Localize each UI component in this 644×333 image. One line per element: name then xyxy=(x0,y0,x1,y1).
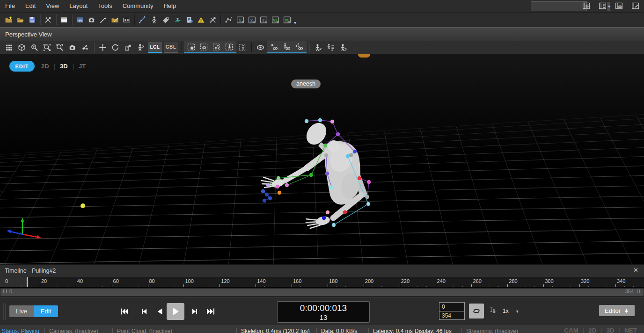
data-streaming-button[interactable] xyxy=(183,14,195,26)
rewind-to-start-button[interactable] xyxy=(118,306,131,317)
layout-preset-1-button[interactable]: 1 xyxy=(234,14,246,26)
step-forward-button[interactable] xyxy=(188,306,201,317)
edit-skeleton-button[interactable] xyxy=(312,41,324,53)
layout-preset-v2-button[interactable]: V2 xyxy=(281,14,293,26)
scrollbar-thumb[interactable] xyxy=(0,289,644,296)
floor-marker[interactable] xyxy=(80,203,85,208)
translate-button[interactable] xyxy=(96,41,109,53)
status-pane-3d[interactable]: 3D xyxy=(602,327,619,333)
select-constraint-button[interactable] xyxy=(236,41,249,53)
scale-button[interactable] xyxy=(122,41,134,53)
zoom-extents-button[interactable] xyxy=(41,41,53,53)
scrollbar-grip-left[interactable] xyxy=(3,290,7,293)
tab-edit[interactable]: EDIT xyxy=(9,61,35,72)
layout-window-button[interactable] xyxy=(58,14,70,26)
close-icon[interactable]: ✕ xyxy=(633,267,638,274)
ruler-tick xyxy=(391,286,391,287)
edit-mode-button[interactable]: Edit xyxy=(34,305,58,317)
calibration-wand-button[interactable] xyxy=(137,14,148,26)
info-pane-button[interactable] xyxy=(630,0,640,11)
select-skeleton-button[interactable] xyxy=(223,41,235,53)
quick-search-combobox[interactable]: ▾ xyxy=(531,1,587,11)
menu-edit[interactable]: Edit xyxy=(20,0,41,12)
ruler-tick xyxy=(498,286,499,287)
skeleton-name-label[interactable]: aneesh xyxy=(291,80,321,88)
edit-tools-button[interactable] xyxy=(97,14,109,26)
range-start-input[interactable]: 0 xyxy=(439,303,464,311)
menu-view[interactable]: View xyxy=(41,0,64,12)
builder-pane-button[interactable] xyxy=(597,0,607,11)
coord-global-button[interactable]: GBL xyxy=(164,42,178,53)
zoom-selection-button[interactable] xyxy=(53,41,66,53)
tab-2d[interactable]: 2D xyxy=(41,63,49,70)
editor-expand-button[interactable]: Editor xyxy=(599,305,635,316)
play-button[interactable] xyxy=(167,303,184,320)
show-rigidbodies-button[interactable] xyxy=(293,41,306,53)
layout-preset-v1-button[interactable]: V1 xyxy=(270,14,281,26)
tab-jt[interactable]: JT xyxy=(79,63,86,70)
select-marker-button[interactable] xyxy=(185,41,198,53)
trajectory-probe-button[interactable] xyxy=(223,14,234,26)
timeline-header[interactable]: Timeline - Pulling#2 ✕ xyxy=(0,264,644,277)
tools-settings-button[interactable] xyxy=(42,14,54,26)
select-camera-button[interactable] xyxy=(198,41,210,53)
take-camera-button[interactable] xyxy=(86,14,97,26)
play-reverse-button[interactable] xyxy=(154,306,167,317)
new-take-button[interactable] xyxy=(3,14,15,26)
track-skeleton-button[interactable] xyxy=(134,41,147,53)
create-skeleton-button[interactable] xyxy=(148,14,160,26)
menu-help[interactable]: Help xyxy=(158,0,181,12)
menu-community[interactable]: Community xyxy=(117,0,159,12)
live-mode-button[interactable]: Live xyxy=(9,305,34,317)
ground-plane-button[interactable] xyxy=(172,14,183,26)
layout-preset-2-button[interactable]: 2 xyxy=(246,14,258,26)
skeleton-constraints-button[interactable] xyxy=(337,41,350,53)
scrollbar-grip-right[interactable] xyxy=(637,290,642,293)
skeleton-list-button[interactable] xyxy=(324,41,337,53)
select-rigidbody-button[interactable] xyxy=(210,41,223,53)
status-pane-2d[interactable]: 2D xyxy=(584,327,600,333)
grid-view-button[interactable] xyxy=(3,41,15,53)
loop-playback-button[interactable] xyxy=(469,304,484,319)
lock-playback-range-button[interactable] xyxy=(488,306,497,317)
toolbar-overflow-caret[interactable]: ▾ xyxy=(294,20,296,27)
viewport-3d[interactable]: EDIT 2D | 3D | JT aneesh xyxy=(0,54,644,264)
go-to-end-button[interactable] xyxy=(204,306,217,317)
repair-button[interactable] xyxy=(207,14,219,26)
save-file-button[interactable] xyxy=(26,14,38,26)
playhead[interactable] xyxy=(27,277,28,287)
zoom-in-button[interactable] xyxy=(28,41,41,53)
alerts-button[interactable] xyxy=(195,14,207,26)
drag-handle[interactable] xyxy=(3,303,6,320)
rotate-button[interactable] xyxy=(109,41,122,53)
ruler-tick-label: 200 xyxy=(365,278,373,284)
show-markers-button[interactable] xyxy=(268,41,280,53)
menu-file[interactable]: File xyxy=(0,0,20,12)
menu-layout[interactable]: Layout xyxy=(64,0,93,12)
status-item: Cameras: (Inactive) xyxy=(49,328,98,333)
coord-local-button[interactable]: LCL xyxy=(148,42,162,53)
viewport-camera-button[interactable] xyxy=(66,41,79,53)
show-skeletons-button[interactable] xyxy=(280,41,293,53)
camera-preview-button[interactable] xyxy=(74,14,86,26)
camera-pane-button[interactable] xyxy=(614,0,624,11)
quick-label-button[interactable] xyxy=(109,14,121,26)
tab-3d[interactable]: 3D xyxy=(60,63,68,70)
status-pane-net[interactable]: NET xyxy=(620,327,641,333)
marker-jack-button[interactable] xyxy=(79,41,91,53)
open-file-button[interactable] xyxy=(15,14,26,26)
create-skeleton-icon xyxy=(150,16,158,24)
markersets-button[interactable] xyxy=(160,14,172,26)
timeline-ruler[interactable]: 0204060801001201401601802002202402602803… xyxy=(0,277,644,288)
range-end-input[interactable]: 354 xyxy=(439,311,464,320)
video-playback-button[interactable] xyxy=(121,14,132,26)
layout-preset-j-button[interactable]: J xyxy=(258,14,270,26)
calibration-pane-button[interactable] xyxy=(581,0,591,11)
timeline-scrollbar[interactable]: 0 354 xyxy=(0,288,644,297)
status-pane-cam[interactable]: CAM xyxy=(560,327,583,333)
menu-tools[interactable]: Tools xyxy=(93,0,117,12)
cube-view-button[interactable] xyxy=(15,41,28,53)
step-back-button[interactable] xyxy=(138,306,151,317)
playback-speed-select[interactable]: 1x ▾ xyxy=(499,305,526,317)
visibility-eye-button[interactable] xyxy=(254,41,267,53)
